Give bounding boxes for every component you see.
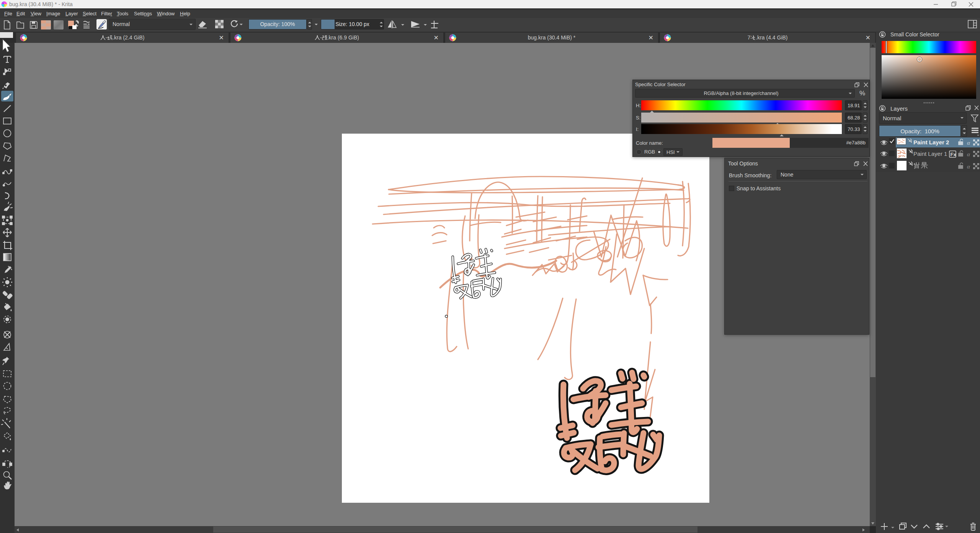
svg-text:α: α xyxy=(967,140,970,146)
svg-text:α: α xyxy=(967,151,970,157)
svg-text:α: α xyxy=(967,163,970,170)
svg-text:Fx: Fx xyxy=(951,152,957,157)
